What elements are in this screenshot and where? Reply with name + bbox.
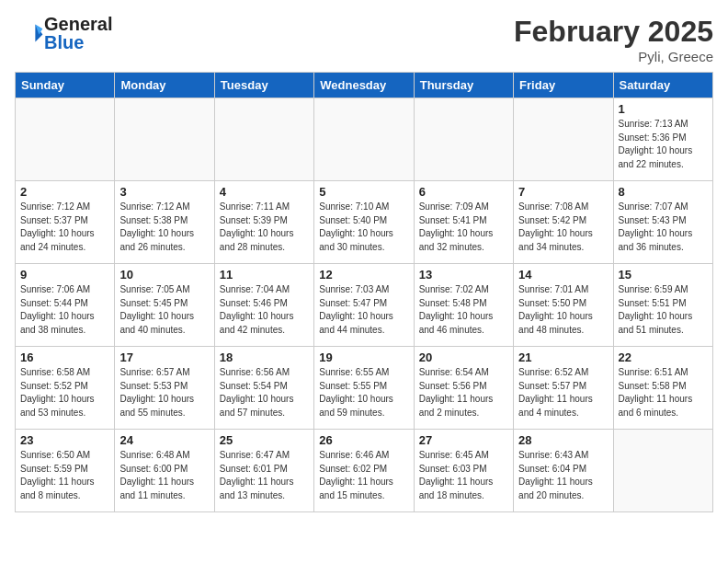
calendar-cell	[214, 98, 313, 181]
day-info: Sunrise: 7:07 AM Sunset: 5:43 PM Dayligh…	[619, 201, 708, 254]
header-friday: Friday	[514, 73, 613, 98]
day-info: Sunrise: 7:04 AM Sunset: 5:46 PM Dayligh…	[220, 283, 309, 337]
calendar-cell: 2Sunrise: 7:12 AM Sunset: 5:37 PM Daylig…	[16, 181, 115, 264]
calendar-cell: 6Sunrise: 7:09 AM Sunset: 5:41 PM Daylig…	[414, 181, 513, 264]
calendar-cell: 26Sunrise: 6:46 AM Sunset: 6:02 PM Dayli…	[314, 430, 414, 512]
calendar-cell: 8Sunrise: 7:07 AM Sunset: 5:43 PM Daylig…	[613, 181, 712, 264]
day-info: Sunrise: 6:43 AM Sunset: 6:04 PM Dayligh…	[518, 449, 608, 502]
day-info: Sunrise: 6:50 AM Sunset: 5:59 PM Dayligh…	[20, 449, 109, 502]
day-number: 26	[319, 433, 408, 447]
calendar-cell: 9Sunrise: 7:06 AM Sunset: 5:44 PM Daylig…	[16, 264, 115, 347]
day-number: 23	[20, 433, 109, 447]
logo-text: General Blue	[44, 15, 112, 52]
calendar-cell: 22Sunrise: 6:51 AM Sunset: 5:58 PM Dayli…	[613, 347, 712, 430]
day-number: 20	[419, 350, 508, 364]
page-header: General Blue February 2025 Pyli, Greece	[15, 15, 713, 64]
day-number: 7	[518, 185, 608, 199]
location: Pyli, Greece	[514, 49, 713, 64]
day-info: Sunrise: 6:57 AM Sunset: 5:53 PM Dayligh…	[119, 366, 209, 419]
day-number: 12	[319, 268, 408, 282]
logo-icon	[15, 18, 44, 48]
day-info: Sunrise: 7:08 AM Sunset: 5:42 PM Dayligh…	[518, 201, 608, 254]
calendar-cell	[514, 98, 613, 181]
day-number: 5	[319, 185, 408, 199]
logo-brand: General Blue	[15, 15, 112, 52]
day-info: Sunrise: 7:03 AM Sunset: 5:47 PM Dayligh…	[319, 283, 408, 337]
calendar-cell: 15Sunrise: 6:59 AM Sunset: 5:51 PM Dayli…	[613, 264, 712, 347]
calendar-cell: 3Sunrise: 7:12 AM Sunset: 5:38 PM Daylig…	[115, 181, 214, 264]
logo-blue: Blue	[44, 32, 84, 52]
day-info: Sunrise: 6:58 AM Sunset: 5:52 PM Dayligh…	[20, 366, 109, 419]
calendar-cell: 21Sunrise: 6:52 AM Sunset: 5:57 PM Dayli…	[514, 347, 613, 430]
day-info: Sunrise: 7:06 AM Sunset: 5:44 PM Dayligh…	[20, 283, 109, 337]
day-number: 1	[619, 102, 708, 116]
day-number: 4	[220, 185, 309, 199]
calendar-header-row: SundayMondayTuesdayWednesdayThursdayFrid…	[16, 73, 713, 98]
day-number: 15	[619, 268, 708, 282]
calendar-cell	[613, 430, 712, 512]
calendar-cell	[314, 98, 414, 181]
calendar-cell: 27Sunrise: 6:45 AM Sunset: 6:03 PM Dayli…	[414, 430, 513, 512]
day-info: Sunrise: 6:54 AM Sunset: 5:56 PM Dayligh…	[419, 366, 508, 419]
day-info: Sunrise: 7:10 AM Sunset: 5:40 PM Dayligh…	[319, 201, 408, 254]
day-number: 18	[220, 350, 309, 364]
day-info: Sunrise: 6:56 AM Sunset: 5:54 PM Dayligh…	[220, 366, 309, 419]
header-saturday: Saturday	[613, 73, 712, 98]
calendar-cell: 12Sunrise: 7:03 AM Sunset: 5:47 PM Dayli…	[314, 264, 414, 347]
day-info: Sunrise: 6:46 AM Sunset: 6:02 PM Dayligh…	[319, 449, 408, 502]
header-monday: Monday	[115, 73, 214, 98]
day-info: Sunrise: 6:48 AM Sunset: 6:00 PM Dayligh…	[119, 449, 209, 502]
day-number: 3	[119, 185, 209, 199]
logo-general: General	[44, 14, 112, 34]
calendar-cell	[115, 98, 214, 181]
day-info: Sunrise: 7:11 AM Sunset: 5:39 PM Dayligh…	[220, 201, 309, 254]
header-sunday: Sunday	[16, 73, 115, 98]
day-number: 21	[518, 350, 608, 364]
day-info: Sunrise: 7:13 AM Sunset: 5:36 PM Dayligh…	[619, 118, 708, 171]
day-info: Sunrise: 6:45 AM Sunset: 6:03 PM Dayligh…	[419, 449, 508, 502]
week-row-1: 1Sunrise: 7:13 AM Sunset: 5:36 PM Daylig…	[16, 98, 713, 181]
title-block: February 2025 Pyli, Greece	[514, 15, 713, 64]
calendar-cell: 23Sunrise: 6:50 AM Sunset: 5:59 PM Dayli…	[16, 430, 115, 512]
day-info: Sunrise: 7:02 AM Sunset: 5:48 PM Dayligh…	[419, 283, 508, 337]
calendar-cell: 28Sunrise: 6:43 AM Sunset: 6:04 PM Dayli…	[514, 430, 613, 512]
day-number: 27	[419, 433, 508, 447]
calendar-cell	[16, 98, 115, 181]
month-year: February 2025	[514, 15, 713, 49]
week-row-3: 9Sunrise: 7:06 AM Sunset: 5:44 PM Daylig…	[16, 264, 713, 347]
calendar-cell: 13Sunrise: 7:02 AM Sunset: 5:48 PM Dayli…	[414, 264, 513, 347]
week-row-2: 2Sunrise: 7:12 AM Sunset: 5:37 PM Daylig…	[16, 181, 713, 264]
day-number: 10	[119, 268, 209, 282]
day-number: 11	[220, 268, 309, 282]
header-tuesday: Tuesday	[214, 73, 313, 98]
calendar-cell: 1Sunrise: 7:13 AM Sunset: 5:36 PM Daylig…	[613, 98, 712, 181]
calendar-cell: 5Sunrise: 7:10 AM Sunset: 5:40 PM Daylig…	[314, 181, 414, 264]
day-info: Sunrise: 6:59 AM Sunset: 5:51 PM Dayligh…	[619, 283, 708, 337]
day-number: 22	[619, 350, 708, 364]
day-number: 17	[119, 350, 209, 364]
calendar-cell: 17Sunrise: 6:57 AM Sunset: 5:53 PM Dayli…	[115, 347, 214, 430]
day-info: Sunrise: 7:05 AM Sunset: 5:45 PM Dayligh…	[119, 283, 209, 337]
week-row-4: 16Sunrise: 6:58 AM Sunset: 5:52 PM Dayli…	[16, 347, 713, 430]
day-info: Sunrise: 6:55 AM Sunset: 5:55 PM Dayligh…	[319, 366, 408, 419]
day-number: 28	[518, 433, 608, 447]
day-number: 16	[20, 350, 109, 364]
day-number: 6	[419, 185, 508, 199]
day-info: Sunrise: 6:47 AM Sunset: 6:01 PM Dayligh…	[220, 449, 309, 502]
day-number: 9	[20, 268, 109, 282]
day-number: 13	[419, 268, 508, 282]
day-number: 8	[619, 185, 708, 199]
calendar-table: SundayMondayTuesdayWednesdayThursdayFrid…	[15, 72, 713, 512]
calendar-cell: 7Sunrise: 7:08 AM Sunset: 5:42 PM Daylig…	[514, 181, 613, 264]
day-number: 19	[319, 350, 408, 364]
calendar-cell: 10Sunrise: 7:05 AM Sunset: 5:45 PM Dayli…	[115, 264, 214, 347]
day-number: 2	[20, 185, 109, 199]
day-info: Sunrise: 7:12 AM Sunset: 5:37 PM Dayligh…	[20, 201, 109, 254]
calendar-cell: 16Sunrise: 6:58 AM Sunset: 5:52 PM Dayli…	[16, 347, 115, 430]
calendar-cell: 4Sunrise: 7:11 AM Sunset: 5:39 PM Daylig…	[214, 181, 313, 264]
calendar-cell: 18Sunrise: 6:56 AM Sunset: 5:54 PM Dayli…	[214, 347, 313, 430]
calendar-cell	[414, 98, 513, 181]
calendar-cell: 24Sunrise: 6:48 AM Sunset: 6:00 PM Dayli…	[115, 430, 214, 512]
calendar-cell: 25Sunrise: 6:47 AM Sunset: 6:01 PM Dayli…	[214, 430, 313, 512]
calendar-cell: 11Sunrise: 7:04 AM Sunset: 5:46 PM Dayli…	[214, 264, 313, 347]
